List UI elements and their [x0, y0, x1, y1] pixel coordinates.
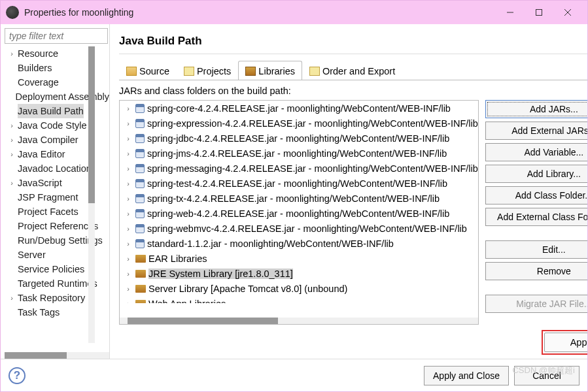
tab-order[interactable]: Order and Export [302, 61, 402, 80]
expand-icon[interactable]: › [7, 46, 16, 61]
lib-item[interactable]: ›EAR Libraries [120, 251, 478, 266]
add-jars-button[interactable]: Add JARs... [485, 100, 588, 118]
add-external-jars-button[interactable]: Add External JARs... [485, 122, 588, 140]
add-library-button[interactable]: Add Library... [485, 165, 588, 183]
watermark: CSDN @帅超超i [512, 365, 575, 376]
lib-item[interactable]: ›spring-core-4.2.4.RELEASE.jar - moonlig… [120, 101, 478, 116]
expand-icon[interactable]: › [124, 240, 133, 248]
expand-icon[interactable]: › [124, 195, 133, 203]
lib-item[interactable]: ›Server Library [Apache Tomcat v8.0] (un… [120, 281, 478, 296]
add-external-class-folder-button[interactable]: Add External Class Folder... [485, 208, 588, 226]
tree-item-label: Javadoc Location [18, 161, 92, 176]
libfolder-icon [135, 255, 146, 263]
tree-item-label: Java Code Style [18, 118, 87, 133]
expand-icon[interactable]: › [7, 291, 16, 305]
expand-icon[interactable]: › [124, 285, 133, 293]
lib-item[interactable]: ›standard-1.1.2.jar - moonlighting/WebCo… [120, 236, 478, 251]
expand-icon[interactable]: › [124, 225, 133, 233]
tree-item-label: Java Compiler [18, 133, 78, 147]
lib-item-label: Web App Libraries [148, 299, 226, 304]
apply-button[interactable]: Apply [544, 333, 588, 352]
lib-item-label: spring-tx-4.2.4.RELEASE.jar - moonlighti… [147, 193, 440, 204]
expand-icon[interactable]: › [7, 118, 16, 133]
window-title: Properties for moonlighting [24, 7, 496, 18]
libfolder-icon [135, 300, 146, 304]
expand-icon[interactable]: › [124, 180, 133, 188]
jar-icon [135, 164, 145, 173]
migrate-jar-button: Migrate JAR File... [485, 295, 588, 313]
tab-projects[interactable]: Projects [177, 61, 238, 80]
lib-item[interactable]: ›spring-messaging-4.2.4.RELEASE.jar - mo… [120, 161, 478, 176]
lib-item[interactable]: ›spring-jms-4.2.4.RELEASE.jar - moonligh… [120, 146, 478, 161]
help-icon[interactable]: ? [9, 367, 26, 384]
close-button[interactable] [553, 3, 582, 22]
lib-item[interactable]: ›spring-tx-4.2.4.RELEASE.jar - moonlight… [120, 191, 478, 206]
lib-item-label: EAR Libraries [148, 253, 207, 264]
tree-item-label: Task Repository [18, 291, 85, 305]
libs-hscrollbar[interactable] [120, 318, 478, 324]
tree-item-label: Java Editor [18, 147, 65, 161]
lib-item[interactable]: ›JRE System Library [jre1.8.0_311] [120, 266, 478, 281]
tree-item-label: Coverage [18, 75, 59, 90]
lib-item-label: spring-expression-4.2.4.RELEASE.jar - mo… [147, 118, 478, 129]
add-variable-button[interactable]: Add Variable... [485, 143, 588, 161]
tree-item-label: JSP Fragment [18, 190, 78, 204]
libs-list[interactable]: ›spring-core-4.2.4.RELEASE.jar - moonlig… [119, 100, 479, 325]
lib-item-label: spring-web-4.2.4.RELEASE.jar - moonlight… [147, 208, 449, 219]
expand-icon[interactable]: › [124, 210, 133, 218]
tree-scrollbar[interactable] [88, 46, 95, 343]
svg-rect-1 [536, 10, 542, 16]
remove-button[interactable]: Remove [485, 262, 588, 280]
tree-item-label: Project References [18, 219, 98, 233]
jar-icon [135, 239, 145, 248]
tree-item-label: Server [18, 248, 46, 262]
app-icon [6, 6, 19, 19]
tree-item-label: Deployment Assembly [16, 90, 109, 104]
jar-icon [135, 119, 145, 128]
expand-icon[interactable]: › [124, 105, 133, 112]
lib-item-label: spring-webmvc-4.2.4.RELEASE.jar - moonli… [147, 223, 467, 234]
lib-item[interactable]: ›spring-test-4.2.4.RELEASE.jar - moonlig… [120, 176, 478, 191]
edit-button[interactable]: Edit... [485, 240, 588, 259]
maximize-button[interactable] [525, 3, 553, 22]
lib-item[interactable]: ›spring-web-4.2.4.RELEASE.jar - moonligh… [120, 206, 478, 221]
filter-input[interactable] [5, 28, 108, 44]
expand-icon[interactable]: › [124, 270, 133, 278]
lib-item[interactable]: ›spring-webmvc-4.2.4.RELEASE.jar - moonl… [120, 221, 478, 236]
tree-item-label: Project Facets [18, 204, 78, 219]
lib-item[interactable]: ›spring-expression-4.2.4.RELEASE.jar - m… [120, 116, 478, 131]
page-title: Java Build Path [119, 35, 588, 48]
libfolder-icon [135, 285, 146, 293]
tabs: Source Projects Libraries Order and Expo… [119, 61, 588, 80]
apply-highlight: Apply [542, 330, 588, 355]
lib-item-label: Server Library [Apache Tomcat v8.0] (unb… [148, 284, 347, 294]
jar-icon [135, 134, 145, 143]
expand-icon[interactable]: › [124, 255, 133, 263]
expand-icon[interactable]: › [124, 120, 133, 127]
jar-icon [135, 194, 145, 203]
expand-icon[interactable]: › [7, 133, 16, 147]
lib-item-label: standard-1.1.2.jar - moonlighting/WebCon… [147, 238, 394, 249]
tab-source[interactable]: Source [119, 61, 177, 80]
lib-item[interactable]: ›Web App Libraries [120, 296, 478, 303]
jar-icon [135, 104, 145, 113]
projects-icon [184, 67, 194, 76]
tree-hscrollbar[interactable] [5, 352, 109, 359]
expand-icon[interactable]: › [124, 300, 133, 304]
expand-icon[interactable]: › [7, 147, 16, 161]
tree-item-label: Service Policies [18, 262, 84, 276]
title-bar: Properties for moonlighting [1, 1, 587, 24]
source-icon [126, 67, 137, 76]
libraries-icon [245, 67, 256, 76]
expand-icon[interactable]: › [124, 135, 133, 142]
add-class-folder-button[interactable]: Add Class Folder... [485, 186, 588, 204]
apply-and-close-button[interactable]: Apply and Close [424, 366, 509, 385]
category-panel: ›ResourceBuildersCoverageDeployment Asse… [1, 24, 110, 359]
tab-libraries[interactable]: Libraries [238, 61, 302, 80]
lib-item[interactable]: ›spring-jdbc-4.2.4.RELEASE.jar - moonlig… [120, 131, 478, 146]
libfolder-icon [135, 270, 146, 278]
expand-icon[interactable]: › [124, 165, 133, 172]
minimize-button[interactable] [496, 3, 525, 22]
expand-icon[interactable]: › [7, 176, 16, 190]
expand-icon[interactable]: › [124, 150, 133, 157]
